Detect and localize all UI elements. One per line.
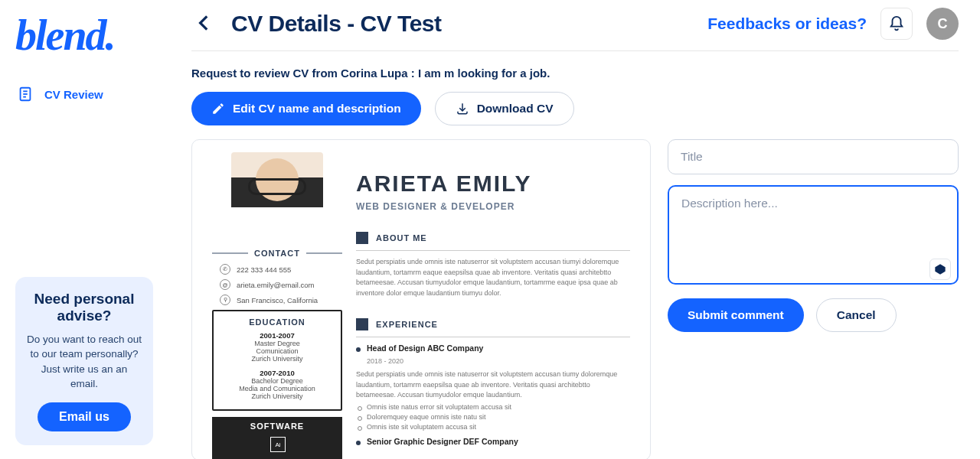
experience-bullet: Omnis iste natus error sit voluptatem ac… [356,403,630,411]
notifications-button[interactable] [880,8,913,40]
avatar[interactable]: C [926,8,959,40]
cv-photo [231,152,323,236]
contact-phone: ✆222 333 444 555 [212,264,342,275]
experience-heading: EXPERIENCE [376,320,438,329]
help-card-title: Need personal advise? [26,291,142,324]
contact-location: ⚲San Francisco, California [212,295,342,305]
description-textarea[interactable] [668,185,959,285]
sidebar-item-label: CV Review [44,88,103,101]
topbar: CV Details - CV Test Feedbacks or ideas?… [191,8,959,51]
email-us-button[interactable]: Email us [38,402,131,431]
svg-marker-4 [935,264,945,274]
submit-comment-button[interactable]: Submit comment [668,298,804,332]
cancel-button[interactable]: Cancel [816,298,897,332]
edit-cv-button[interactable]: Edit CV name and description [191,92,421,125]
back-button[interactable] [191,10,217,38]
contact-heading: CONTACT [254,249,300,258]
comment-pane: Submit comment Cancel [668,139,959,459]
experience-item: Head of Design ABC Company2018 - 2020 [356,343,630,366]
edit-cv-label: Edit CV name and description [233,102,401,116]
contact-email: @arieta.emily@email.com [212,279,342,290]
experience-summary: Sedut perspiatis unde omnis iste natuser… [356,369,630,401]
title-input[interactable] [668,139,959,174]
sidebar-item-cv-review[interactable]: CV Review [15,80,153,109]
briefcase-icon [356,318,368,330]
cv-preview: CONTACT ✆222 333 444 555 @arieta.emily@e… [191,139,651,459]
request-line: Request to review CV from Corina Lupa : … [191,67,959,80]
grammar-icon[interactable] [929,259,951,280]
software-heading: SOFTWARE [217,422,338,431]
cv-name: ARIETA EMILY [356,171,630,197]
page-title: CV Details - CV Test [231,11,442,37]
download-cv-button[interactable]: Download CV [435,92,574,125]
download-icon [456,102,469,116]
document-icon [17,86,34,103]
person-icon [356,232,368,244]
phone-icon: ✆ [220,264,230,275]
pencil-icon [211,102,225,116]
at-icon: @ [220,279,230,290]
software-icon-ai: Ai [270,437,286,452]
about-body: Sedut perspiatis unde omnis iste natuser… [356,257,630,298]
help-card: Need personal advise? Do you want to rea… [15,277,153,445]
download-cv-label: Download CV [477,102,554,116]
education-item: 2007-2010Bachelor DegreeMedia and Comuni… [218,369,336,400]
education-heading: EDUCATION [218,317,336,327]
experience-bullet: Omnis iste sit voluptatem accusa sit [356,423,630,431]
experience-item: Senior Graphic Designer DEF Company [356,437,630,446]
help-card-body: Do you want to reach out to our team per… [26,332,142,392]
education-item: 2001-2007Master DegreeComunicationZurich… [218,331,336,363]
pin-icon: ⚲ [220,295,230,305]
chevron-left-icon [194,13,214,33]
about-heading: ABOUT ME [376,233,427,243]
experience-bullet: Doloremquey eaque omnis iste natu sit [356,413,630,421]
cv-role: WEB DESIGNER & DEVELOPER [356,201,630,212]
feedback-link[interactable]: Feedbacks or ideas? [707,15,867,33]
bell-icon [888,15,905,32]
brand-logo[interactable]: blend. [15,14,153,57]
